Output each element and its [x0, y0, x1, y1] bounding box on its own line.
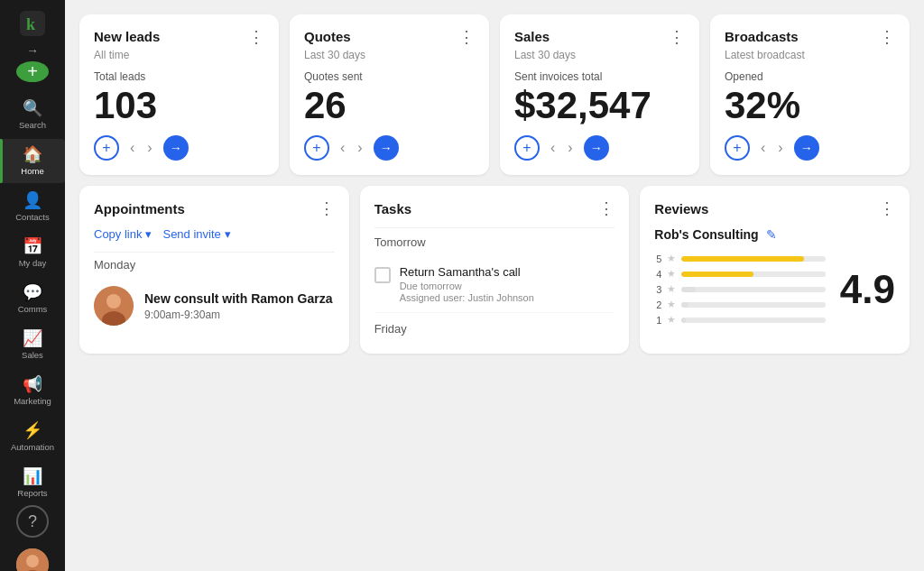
- review-row-4: 4 ★: [654, 268, 825, 280]
- card-header: Quotes ⋮: [304, 29, 475, 45]
- comms-icon: 💬: [23, 284, 42, 300]
- view-button[interactable]: →: [163, 135, 189, 161]
- copy-link-button[interactable]: Copy link ▾: [94, 227, 152, 241]
- card-subtitle: Latest broadcast: [725, 49, 895, 61]
- card-menu-button[interactable]: ⋮: [879, 29, 895, 45]
- edit-icon[interactable]: ✎: [766, 227, 777, 242]
- next-button[interactable]: ›: [776, 138, 784, 158]
- next-button[interactable]: ›: [356, 138, 364, 158]
- reviews-business: Rob's Consulting ✎: [654, 227, 895, 242]
- sidebar-item-marketing[interactable]: 📢 Marketing: [0, 369, 65, 413]
- review-row-2: 2 ★: [654, 299, 825, 310]
- appointment-info: New consult with Ramon Garza 9:00am-9:30…: [144, 291, 335, 321]
- reports-icon: 📊: [23, 468, 42, 484]
- card-title: New leads: [94, 29, 160, 44]
- tasks-friday-label: Friday: [374, 313, 615, 339]
- copy-link-label: Copy link: [94, 227, 142, 241]
- tasks-header: Tasks ⋮: [374, 200, 615, 216]
- marketing-icon: 📢: [23, 376, 42, 392]
- calendar-icon: 📅: [23, 238, 42, 254]
- review-bar-bg-1: [681, 318, 825, 323]
- appointments-menu-button[interactable]: ⋮: [319, 200, 335, 216]
- view-button[interactable]: →: [794, 135, 819, 161]
- tasks-title: Tasks: [374, 201, 411, 216]
- automation-icon: ⚡: [23, 422, 42, 438]
- sales-card: Sales ⋮ Last 30 days Sent invoices total…: [500, 14, 699, 175]
- reviews-business-name: Rob's Consulting: [654, 227, 758, 242]
- appointments-card: Appointments ⋮ Copy link ▾ Send invite ▾…: [79, 186, 349, 354]
- quotes-card: Quotes ⋮ Last 30 days Quotes sent 26 + ‹…: [290, 14, 489, 175]
- card-value: 103: [94, 85, 264, 126]
- appointment-item[interactable]: New consult with Ramon Garza 9:00am-9:30…: [94, 277, 335, 335]
- sidebar-item-label: My day: [19, 258, 47, 268]
- star-icon-1: ★: [667, 314, 676, 326]
- prev-button[interactable]: ‹: [759, 138, 767, 158]
- sidebar-item-myday[interactable]: 📅 My day: [0, 231, 65, 275]
- review-row-3: 3 ★: [654, 283, 825, 295]
- sidebar-item-search[interactable]: 🔍 Search: [0, 93, 65, 137]
- send-invite-button[interactable]: Send invite ▾: [162, 227, 230, 241]
- svg-point-6: [106, 294, 121, 309]
- view-button[interactable]: →: [374, 135, 399, 161]
- tasks-tomorrow-label: Tomorrow: [374, 227, 615, 256]
- review-bar-bg-4: [681, 272, 825, 277]
- sidebar-item-label: Comms: [18, 304, 48, 314]
- prev-button[interactable]: ‹: [128, 138, 136, 158]
- sidebar-item-label: Automation: [11, 442, 54, 452]
- prev-button[interactable]: ‹: [549, 138, 557, 158]
- card-header: Broadcasts ⋮: [725, 29, 895, 45]
- sidebar-item-home[interactable]: 🏠 Home: [0, 139, 65, 183]
- card-title: Sales: [514, 29, 550, 44]
- card-value: 32%: [725, 85, 895, 126]
- tasks-menu-button[interactable]: ⋮: [598, 200, 614, 216]
- contacts-icon: 👤: [23, 192, 42, 208]
- next-button[interactable]: ›: [566, 138, 574, 158]
- reviews-bars: 5 ★ 4 ★: [654, 253, 825, 326]
- review-row-1: 1 ★: [654, 314, 825, 326]
- review-bar-fill-1: [681, 318, 686, 323]
- user-avatar[interactable]: [16, 548, 49, 571]
- task-info: Return Samantha's call Due tomorrow Assi…: [400, 265, 615, 303]
- add-card-button[interactable]: +: [725, 135, 750, 161]
- sidebar-item-sales[interactable]: 📈 Sales: [0, 323, 65, 367]
- prev-button[interactable]: ‹: [338, 138, 346, 158]
- review-bar-fill-4: [681, 272, 753, 277]
- next-button[interactable]: ›: [145, 138, 153, 158]
- sidebar-item-label: Reports: [17, 488, 47, 498]
- app-logo: k: [18, 11, 47, 36]
- sidebar-item-label: Home: [21, 166, 43, 176]
- card-actions: + ‹ › →: [725, 135, 895, 161]
- home-icon: 🏠: [23, 146, 42, 162]
- main-content: New leads ⋮ All time Total leads 103 + ‹…: [65, 0, 924, 571]
- add-card-button[interactable]: +: [514, 135, 540, 161]
- review-bar-bg-2: [681, 302, 825, 308]
- card-value: $32,547: [514, 85, 685, 126]
- card-actions: + ‹ › →: [94, 135, 264, 161]
- view-button[interactable]: →: [584, 135, 609, 161]
- appointment-avatar: [94, 286, 134, 326]
- card-menu-button[interactable]: ⋮: [458, 29, 475, 45]
- broadcasts-card: Broadcasts ⋮ Latest broadcast Opened 32%…: [710, 14, 910, 175]
- sidebar-item-contacts[interactable]: 👤 Contacts: [0, 185, 65, 229]
- review-row-5: 5 ★: [654, 253, 825, 264]
- add-card-button[interactable]: +: [94, 135, 119, 161]
- card-actions: + ‹ › →: [304, 135, 475, 161]
- add-button[interactable]: +: [16, 61, 49, 82]
- card-metric-label: Quotes sent: [304, 70, 475, 83]
- card-menu-button[interactable]: ⋮: [248, 29, 264, 45]
- task-checkbox[interactable]: [374, 267, 391, 283]
- card-menu-button[interactable]: ⋮: [669, 29, 685, 45]
- reviews-menu-button[interactable]: ⋮: [879, 200, 895, 216]
- reviews-score: 4.9: [840, 270, 895, 309]
- help-button[interactable]: ?: [16, 505, 49, 538]
- reviews-header: Reviews ⋮: [654, 200, 895, 216]
- sidebar-item-comms[interactable]: 💬 Comms: [0, 277, 65, 321]
- send-invite-chevron: ▾: [225, 227, 231, 241]
- add-card-button[interactable]: +: [304, 135, 329, 161]
- card-title: Broadcasts: [725, 29, 799, 44]
- sidebar-item-reports[interactable]: 📊 Reports: [0, 461, 65, 505]
- bottom-row: Appointments ⋮ Copy link ▾ Send invite ▾…: [79, 186, 910, 354]
- sidebar-expand-icon[interactable]: →: [26, 43, 39, 58]
- sidebar-item-automation[interactable]: ⚡ Automation: [0, 415, 65, 459]
- sidebar-item-label: Sales: [22, 350, 43, 360]
